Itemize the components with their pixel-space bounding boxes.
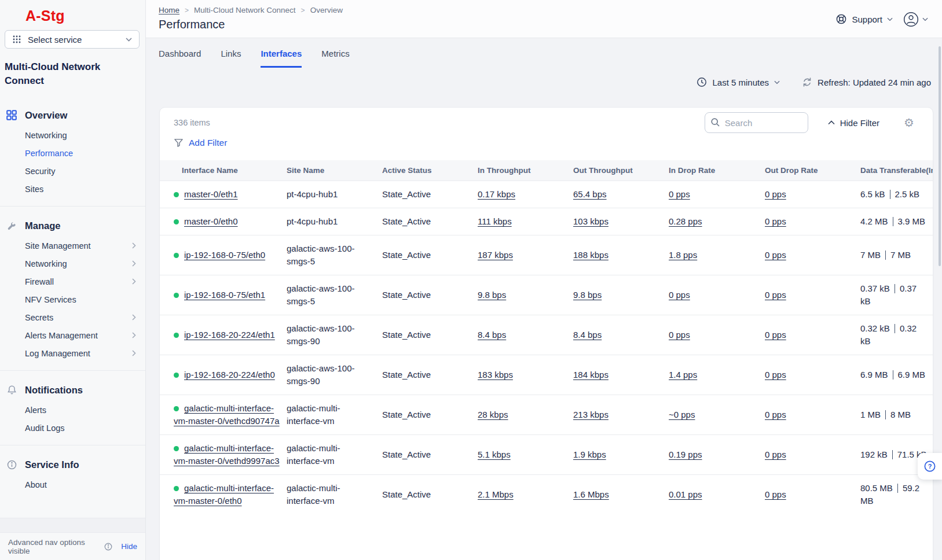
col-out-throughput[interactable]: Out Throughput <box>573 160 669 181</box>
in-throughput-link[interactable]: 5.1 kbps <box>478 450 511 459</box>
in-throughput-link[interactable]: 9.8 bps <box>478 290 506 300</box>
sidebar-item-about[interactable]: About <box>0 476 145 493</box>
tab-interfaces[interactable]: Interfaces <box>261 49 302 68</box>
breadcrumb-service[interactable]: Multi-Cloud Network Connect <box>194 6 296 14</box>
table-row[interactable]: galactic-multi-interface-vm-master-0/vet… <box>160 395 933 435</box>
interface-name-link[interactable]: ip-192-168-0-75/eth1 <box>184 290 265 300</box>
out-drop-rate-link[interactable]: 0 pps <box>765 216 786 226</box>
breadcrumb: Home > Multi-Cloud Network Connect > Ove… <box>159 6 343 14</box>
account-menu[interactable] <box>903 12 928 27</box>
sidebar-item-sites[interactable]: Sites <box>0 180 145 198</box>
col-in-drop-rate[interactable]: In Drop Rate <box>669 160 765 181</box>
sidebar-item-manage-networking[interactable]: Networking <box>0 255 145 272</box>
out-drop-rate-link[interactable]: 0 pps <box>765 489 786 499</box>
in-drop-rate-link[interactable]: 0 pps <box>669 189 690 199</box>
in-throughput-link[interactable]: 8.4 bps <box>478 330 506 340</box>
time-range-selector[interactable]: Last 5 minutes <box>697 77 780 87</box>
table-row[interactable]: galactic-multi-interface-vm-master-0/vet… <box>160 435 933 475</box>
in-drop-rate-link[interactable]: 0 pps <box>669 290 690 300</box>
interface-name-link[interactable]: ip-192-168-20-224/eth1 <box>184 330 275 340</box>
interface-name-link[interactable]: galactic-multi-interface-vm-master-0/vet… <box>174 403 280 426</box>
sidebar-section-service-info[interactable]: Service Info <box>0 454 145 476</box>
sidebar-item-alerts-management[interactable]: Alerts Management <box>0 326 145 344</box>
add-filter-button[interactable]: Add Filter <box>174 138 227 148</box>
in-throughput-link[interactable]: 2.1 Mbps <box>478 489 514 499</box>
table-row[interactable]: galactic-multi-interface-vm-master-0/eth… <box>160 475 933 515</box>
out-drop-rate-link[interactable]: 0 pps <box>765 330 786 340</box>
sidebar-item-performance[interactable]: Performance <box>0 144 145 162</box>
col-out-drop-rate[interactable]: Out Drop Rate <box>765 160 860 181</box>
tab-metrics[interactable]: Metrics <box>321 49 349 68</box>
col-interface-name[interactable]: Interface Name <box>160 160 287 181</box>
out-drop-rate-link[interactable]: 0 pps <box>765 370 786 380</box>
in-drop-rate-link[interactable]: ~0 pps <box>669 410 695 419</box>
col-site-name[interactable]: Site Name <box>287 160 382 181</box>
out-throughput-link[interactable]: 103 kbps <box>573 216 609 226</box>
sidebar-item-nfv-services[interactable]: NFV Services <box>0 290 145 308</box>
tab-links[interactable]: Links <box>221 49 241 68</box>
in-drop-rate-link[interactable]: 0.28 pps <box>669 216 702 226</box>
active-status-cell: State_Active <box>382 181 478 208</box>
in-drop-rate-link[interactable]: 0.19 pps <box>669 450 702 459</box>
sidebar-item-site-management[interactable]: Site Management <box>0 237 145 255</box>
in-drop-rate-link[interactable]: 1.8 pps <box>669 250 697 260</box>
interface-name-link[interactable]: master-0/eth0 <box>184 216 238 226</box>
table-row[interactable]: ip-192-168-20-224/eth1 galactic-aws-100-… <box>160 315 933 355</box>
scrollbar[interactable] <box>939 46 941 266</box>
out-throughput-link[interactable]: 1.6 Mbps <box>573 489 609 499</box>
help-button[interactable]: ? <box>918 453 942 480</box>
table-row[interactable]: master-0/eth1 pt-4cpu-hub1 State_Active … <box>160 181 933 208</box>
settings-gear-icon[interactable]: ⚙ <box>904 117 914 128</box>
in-drop-rate-link[interactable]: 1.4 pps <box>669 370 697 380</box>
tab-dashboard[interactable]: Dashboard <box>159 49 201 68</box>
in-throughput-link[interactable]: 183 kbps <box>478 370 513 380</box>
col-in-throughput[interactable]: In Throughput <box>478 160 573 181</box>
sidebar-section-manage[interactable]: Manage <box>0 215 145 237</box>
refresh-button[interactable]: Refresh: Updated 24 min ago <box>802 77 931 87</box>
out-drop-rate-link[interactable]: 0 pps <box>765 410 786 419</box>
in-drop-rate-link[interactable]: 0 pps <box>669 330 690 340</box>
support-menu[interactable]: Support <box>835 13 893 25</box>
sidebar-item-log-management[interactable]: Log Management <box>0 344 145 362</box>
col-active-status[interactable]: Active Status <box>382 160 478 181</box>
interface-name-link[interactable]: ip-192-168-20-224/eth0 <box>184 370 275 380</box>
table-row[interactable]: master-0/eth0 pt-4cpu-hub1 State_Active … <box>160 208 933 235</box>
table-row[interactable]: ip-192-168-20-224/eth0 galactic-aws-100-… <box>160 355 933 395</box>
in-throughput-link[interactable]: 0.17 kbps <box>478 189 515 199</box>
out-throughput-link[interactable]: 213 kbps <box>573 410 609 419</box>
hide-filter-button[interactable]: Hide Filter <box>828 118 879 128</box>
in-drop-rate-link[interactable]: 0.01 pps <box>669 489 702 499</box>
out-drop-rate-link[interactable]: 0 pps <box>765 250 786 260</box>
interface-name-link[interactable]: galactic-multi-interface-vm-master-0/eth… <box>174 483 274 506</box>
hide-advanced-nav-link[interactable]: Hide <box>121 542 137 551</box>
out-drop-rate-link[interactable]: 0 pps <box>765 189 786 199</box>
sidebar-section-notifications[interactable]: Notifications <box>0 379 145 401</box>
sidebar-section-overview[interactable]: Overview <box>0 104 145 126</box>
sidebar-item-security[interactable]: Security <box>0 162 145 180</box>
in-throughput-link[interactable]: 111 kbps <box>478 216 512 226</box>
out-throughput-link[interactable]: 65.4 bps <box>573 189 607 199</box>
out-throughput-link[interactable]: 8.4 bps <box>573 330 602 340</box>
in-throughput-link[interactable]: 28 kbps <box>478 410 508 419</box>
breadcrumb-home[interactable]: Home <box>159 6 179 14</box>
interface-name-link[interactable]: master-0/eth1 <box>184 189 238 199</box>
in-throughput-link[interactable]: 187 kbps <box>478 250 513 260</box>
out-drop-rate-link[interactable]: 0 pps <box>765 450 786 459</box>
interface-name-link[interactable]: galactic-multi-interface-vm-master-0/vet… <box>174 443 280 466</box>
sidebar-item-audit-logs[interactable]: Audit Logs <box>0 419 145 437</box>
col-data-transferable[interactable]: Data Transferable(In <box>860 160 933 181</box>
interface-name-link[interactable]: ip-192-168-0-75/eth0 <box>184 250 265 260</box>
sidebar-item-firewall[interactable]: Firewall <box>0 272 145 290</box>
sidebar-item-alerts[interactable]: Alerts <box>0 401 145 419</box>
table-row[interactable]: ip-192-168-0-75/eth0 galactic-aws-100-sm… <box>160 235 933 275</box>
service-selector[interactable]: Select service <box>5 30 140 49</box>
out-throughput-link[interactable]: 184 kbps <box>573 370 609 380</box>
table-row[interactable]: ip-192-168-0-75/eth1 galactic-aws-100-sm… <box>160 275 933 315</box>
out-drop-rate-link[interactable]: 0 pps <box>765 290 786 300</box>
breadcrumb-overview[interactable]: Overview <box>310 6 343 14</box>
sidebar-item-networking[interactable]: Networking <box>0 126 145 144</box>
out-throughput-link[interactable]: 9.8 bps <box>573 290 602 300</box>
out-throughput-link[interactable]: 188 kbps <box>573 250 609 260</box>
out-throughput-link[interactable]: 1.9 kbps <box>573 450 606 459</box>
sidebar-item-secrets[interactable]: Secrets <box>0 308 145 326</box>
